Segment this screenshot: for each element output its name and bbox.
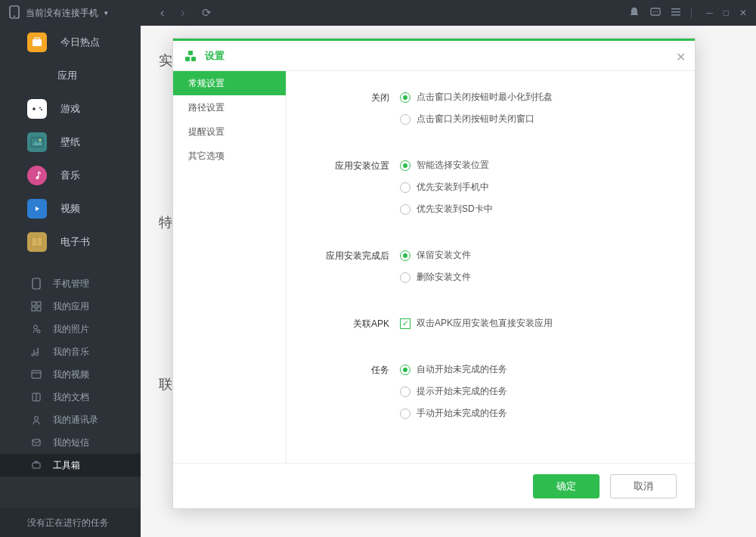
install-loc-option[interactable]: 优先安装到SD卡中 [400, 203, 680, 216]
group-task: 任务 自动开始未完成的任务提示开始未完成的任务手动开始未完成的任务 [302, 363, 680, 429]
dialog-content: 关闭 点击窗口关闭按钮时最小化到托盘点击窗口关闭按钮时关闭窗口 应用安装位置 智… [287, 71, 695, 463]
dialog-title: 设置 [205, 49, 225, 63]
sidebar-item-book[interactable]: 电子书 [0, 225, 141, 259]
svg-rect-20 [37, 302, 41, 306]
back-button[interactable]: ‹ [160, 6, 164, 20]
radio-icon [400, 272, 411, 283]
svg-rect-27 [32, 371, 41, 378]
task-footer[interactable]: 没有正在进行的任务 [0, 508, 141, 537]
sidebar-sub-icon [30, 459, 42, 471]
dialog-tab[interactable]: 提醒设置 [173, 120, 286, 144]
refresh-button[interactable]: ⟳ [202, 6, 212, 20]
nav-controls: ‹ › ⟳ [141, 6, 629, 20]
svg-point-24 [37, 330, 40, 333]
close-option[interactable]: 点击窗口关闭按钮时最小化到托盘 [400, 91, 680, 104]
svg-rect-18 [33, 278, 40, 289]
svg-rect-34 [188, 51, 193, 55]
install-loc-option[interactable]: 优先安装到手机中 [400, 181, 680, 194]
after-install-option[interactable]: 删除安装文件 [400, 271, 680, 284]
radio-icon [400, 386, 411, 397]
minimize-button[interactable]: ─ [706, 8, 713, 18]
install-loc-option[interactable]: 智能选择安装位置 [400, 159, 680, 172]
sidebar-item-label: 今日热点 [60, 36, 100, 49]
sidebar-item-label: 我的照片 [53, 323, 89, 336]
sidebar-item-hot[interactable]: 今日热点 [0, 26, 141, 59]
svg-rect-19 [32, 302, 36, 306]
group-close: 关闭 点击窗口关闭按钮时最小化到托盘点击窗口关闭按钮时关闭窗口 [302, 91, 680, 135]
forward-button[interactable]: › [181, 6, 184, 20]
sidebar-sub-item[interactable]: 我的文档 [0, 386, 141, 408]
sidebar-item-label: 我的视频 [53, 368, 89, 381]
sidebar-item-label: 工具箱 [53, 459, 80, 472]
svg-point-15 [36, 176, 39, 179]
sidebar-item-app[interactable]: 应用 [0, 59, 141, 92]
dialog-tabs: 常规设置路径设置提醒设置其它选项 [173, 71, 287, 463]
svg-rect-33 [33, 463, 40, 468]
sidebar-sub-item[interactable]: 我的音乐 [0, 340, 141, 363]
after-install-option[interactable]: 保留安装文件 [400, 249, 680, 262]
sidebar-sub-icon [30, 300, 42, 312]
sidebar-item-label: 应用 [57, 69, 77, 82]
sidebar-sub-icon [30, 278, 42, 290]
sidebar-sub-item[interactable]: 手机管理 [0, 272, 141, 295]
dialog-tab[interactable]: 其它选项 [173, 144, 286, 168]
feedback-icon[interactable] [650, 7, 661, 20]
sidebar-item-game[interactable]: 游戏 [0, 92, 141, 126]
radio-icon [400, 182, 411, 193]
svg-point-26 [32, 354, 34, 356]
device-status[interactable]: 当前没有连接手机 ▾ [0, 5, 141, 21]
apk-checkbox[interactable]: ✓ 双击APK应用安装包直接安装应用 [400, 317, 680, 330]
radio-icon [400, 114, 411, 125]
radio-icon [400, 92, 411, 103]
ok-button[interactable]: 确定 [533, 474, 600, 498]
sidebar-item-wall[interactable]: 壁纸 [0, 126, 141, 159]
dialog-tab[interactable]: 路径设置 [173, 95, 286, 120]
radio-icon [400, 365, 411, 375]
sidebar-sub-item[interactable]: 工具箱 [0, 454, 141, 476]
svg-rect-32 [33, 439, 40, 445]
sidebar-item-label: 音乐 [60, 169, 80, 182]
device-status-text: 当前没有连接手机 [26, 7, 98, 20]
task-option[interactable]: 提示开始未完成的任务 [400, 385, 680, 398]
notify-icon[interactable] [629, 7, 640, 20]
svg-point-23 [34, 325, 38, 329]
dialog-close-button[interactable]: ✕ [676, 50, 686, 64]
dialog-titlebar: 设置 ✕ [173, 39, 695, 70]
sidebar-item-label: 手机管理 [53, 278, 89, 290]
svg-rect-35 [185, 57, 190, 61]
cancel-button[interactable]: 取消 [610, 474, 677, 498]
sidebar-sub-item[interactable]: 我的视频 [0, 363, 141, 386]
svg-point-5 [657, 11, 658, 12]
sidebar-sub-icon [30, 323, 42, 335]
sidebar-item-music[interactable]: 音乐 [0, 159, 141, 192]
group-after-install: 应用安装完成后 保留安装文件删除安装文件 [302, 249, 680, 293]
close-option[interactable]: 点击窗口关闭按钮时关闭窗口 [400, 113, 680, 126]
sidebar-sub-item[interactable]: 我的照片 [0, 318, 141, 340]
dialog-tab[interactable]: 常规设置 [173, 71, 286, 95]
sidebar-sub-icon [30, 346, 42, 358]
close-button[interactable]: ✕ [739, 8, 747, 18]
window-controls: ─ □ ✕ [629, 7, 756, 20]
main-content: 实 特 联 [159, 45, 172, 537]
sidebar-item-label: 壁纸 [60, 135, 80, 149]
svg-rect-8 [671, 14, 680, 16]
maximize-button[interactable]: □ [723, 8, 729, 18]
task-option[interactable]: 手动开始未完成的任务 [400, 407, 680, 420]
svg-point-4 [655, 11, 656, 12]
svg-point-25 [36, 352, 39, 355]
checkbox-icon: ✓ [400, 318, 411, 329]
sidebar-item-video[interactable]: 视频 [0, 192, 141, 225]
svg-rect-9 [33, 39, 42, 46]
svg-rect-10 [30, 105, 44, 113]
svg-point-12 [41, 109, 42, 110]
radio-icon [400, 408, 411, 419]
svg-rect-7 [671, 11, 680, 13]
sidebar-sub-item[interactable]: 我的应用 [0, 295, 141, 318]
dialog-footer: 确定 取消 [173, 463, 695, 508]
sidebar-sub-item[interactable]: 我的短信 [0, 431, 141, 454]
sidebar-item-label: 我的文档 [53, 391, 89, 404]
sidebar-sub-item[interactable]: 我的通讯录 [0, 408, 141, 431]
menu-icon[interactable] [671, 8, 680, 19]
group-apk: 关联APK ✓ 双击APK应用安装包直接安装应用 [302, 317, 680, 339]
task-option[interactable]: 自动开始未完成的任务 [400, 363, 680, 376]
